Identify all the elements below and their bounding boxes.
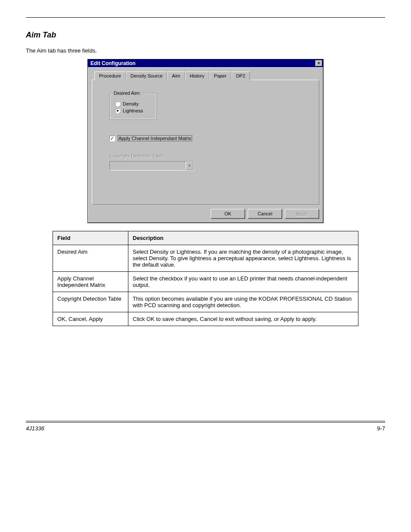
radio-lightness[interactable]: Lightness [115,108,152,113]
cell-desc: Select the checkbox if you want to use a… [128,272,358,292]
field-description-table: Field Description Desired Aim Select Den… [53,231,358,326]
apply-cim-row[interactable]: ✓ Apply Channel Independant Matrix [109,135,306,141]
apply-button-label: Apply [296,211,308,216]
copyright-detect-label: Copyright Detection Table: [109,153,306,159]
cell-desc: Select Density or Lightness. If you are … [128,245,358,272]
radio-density-label: Density [123,101,139,106]
tab-panel-aim: Desired Aim: Density Lightness ✓ Apply C… [92,80,319,205]
copyright-detect-combo: ▼ [109,161,194,171]
radio-density[interactable]: Density [115,101,152,106]
radio-density-circle [115,101,120,106]
desired-aim-group: Desired Aim: Density Lightness [109,93,157,120]
footer-doc-id: 4J1336 [26,425,44,432]
table-row: Desired Aim Select Density or Lightness.… [53,245,358,272]
cell-desc: This option becomes available if you are… [128,292,358,312]
table-row: Copyright Detection Table This option be… [53,292,358,312]
ok-button[interactable]: OK [211,209,245,219]
radio-lightness-circle [115,108,120,113]
tab-paper[interactable]: Paper [209,72,231,80]
tab-history[interactable]: History [185,72,209,80]
intro-text: The Aim tab has three fields. [26,47,385,54]
groupbox-title: Desired Aim: [112,90,142,96]
table-header-field: Field [53,231,128,245]
apply-cim-label: Apply Channel Independant Matrix [118,135,192,141]
cell-field: Apply Channel Independent Matrix [53,272,128,292]
apply-button[interactable]: Apply [285,209,319,219]
footer-page: 9-7 [377,425,385,432]
table-row: OK, Cancel, Apply Click OK to save chang… [53,312,358,326]
radio-lightness-label: Lightness [123,108,143,113]
cell-field: Copyright Detection Table [53,292,128,312]
tabstrip: Procedure Density Source Aim History Pap… [94,71,319,80]
footer: 4J1336 9-7 [26,421,385,432]
table-row: Apply Channel Independent Matrix Select … [53,272,358,292]
cell-field: OK, Cancel, Apply [53,312,128,326]
cell-field: Desired Aim [53,245,128,272]
tab-aim[interactable]: Aim [167,72,185,80]
combo-text [110,162,186,170]
combo-dropdown-button: ▼ [186,162,193,170]
cancel-button[interactable]: Cancel [248,209,282,219]
tab-density-source[interactable]: Density Source [126,72,168,80]
titlebar: Edit Configuration × [88,59,323,67]
table-header-desc: Description [128,231,358,245]
tab-procedure[interactable]: Procedure [94,72,126,80]
close-button[interactable]: × [315,60,322,66]
cell-desc: Click OK to save changes, Cancel to exit… [128,312,358,326]
dialog-title: Edit Configuration [90,60,136,66]
section-heading: Aim Tab [26,31,385,40]
radio-dot-icon [117,110,118,112]
chevron-down-icon: ▼ [188,164,192,168]
edit-configuration-dialog: Edit Configuration × Procedure Density S… [87,59,324,223]
tab-dp2[interactable]: DP2 [231,72,250,80]
apply-cim-checkbox[interactable]: ✓ [109,136,115,141]
